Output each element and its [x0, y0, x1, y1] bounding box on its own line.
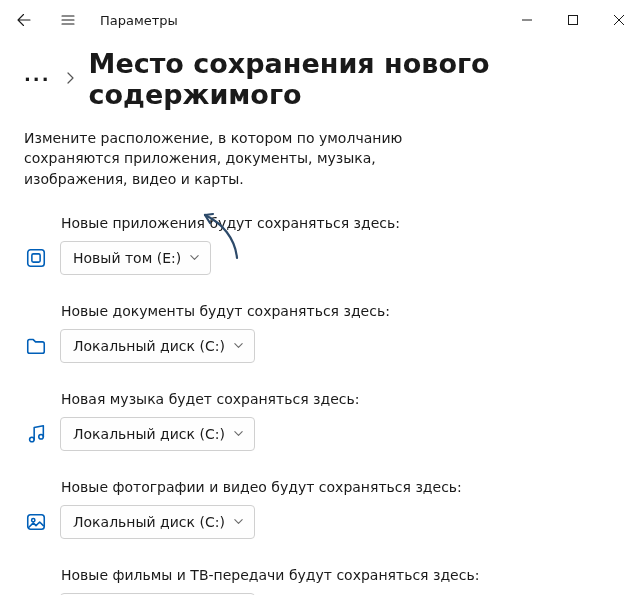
- apps-icon: [24, 246, 48, 270]
- chevron-down-icon: [233, 514, 244, 530]
- movies-setting-block: Новые фильмы и ТВ-передачи будут сохраня…: [24, 567, 618, 595]
- hamburger-icon: [60, 12, 76, 28]
- chevron-right-icon: [65, 70, 75, 89]
- back-button[interactable]: [8, 4, 40, 36]
- photos-setting-label: Новые фотографии и видео будут сохранять…: [61, 479, 618, 495]
- photos-setting-block: Новые фотографии и видео будут сохранять…: [24, 479, 618, 539]
- svg-point-4: [39, 434, 44, 439]
- minimize-button[interactable]: [504, 4, 550, 36]
- breadcrumb: ··· Место сохранения нового содержимого: [0, 40, 642, 128]
- documents-setting-label: Новые документы будут сохраняться здесь:: [61, 303, 618, 319]
- apps-setting-row: Новый том (E:): [24, 241, 618, 275]
- svg-rect-1: [28, 250, 45, 267]
- svg-rect-2: [32, 254, 40, 262]
- music-location-dropdown[interactable]: Локальный диск (C:): [60, 417, 255, 451]
- arrow-left-icon: [16, 12, 32, 28]
- music-setting-row: Локальный диск (C:): [24, 417, 618, 451]
- settings-list: Новые приложения будут сохраняться здесь…: [0, 215, 642, 595]
- svg-point-3: [30, 437, 35, 442]
- photos-icon: [24, 510, 48, 534]
- chevron-down-icon: [233, 338, 244, 354]
- svg-rect-5: [28, 515, 45, 530]
- window-controls: [504, 4, 642, 36]
- movies-setting-label: Новые фильмы и ТВ-передачи будут сохраня…: [61, 567, 618, 583]
- music-setting-label: Новая музыка будет сохраняться здесь:: [61, 391, 618, 407]
- dropdown-value: Локальный диск (C:): [73, 514, 225, 530]
- chevron-down-icon: [189, 250, 200, 266]
- music-icon: [24, 422, 48, 446]
- titlebar: Параметры: [0, 0, 642, 40]
- page-description: Измените расположение, в котором по умол…: [0, 128, 500, 189]
- apps-setting-label: Новые приложения будут сохраняться здесь…: [61, 215, 618, 231]
- minimize-icon: [522, 15, 532, 25]
- close-button[interactable]: [596, 4, 642, 36]
- documents-setting-row: Локальный диск (C:): [24, 329, 618, 363]
- svg-point-6: [32, 518, 35, 521]
- breadcrumb-more-button[interactable]: ···: [24, 69, 51, 90]
- maximize-icon: [568, 15, 578, 25]
- documents-location-dropdown[interactable]: Локальный диск (C:): [60, 329, 255, 363]
- menu-button[interactable]: [52, 4, 84, 36]
- maximize-button[interactable]: [550, 4, 596, 36]
- close-icon: [614, 15, 624, 25]
- photos-setting-row: Локальный диск (C:): [24, 505, 618, 539]
- documents-icon: [24, 334, 48, 358]
- window-title: Параметры: [100, 13, 178, 28]
- page-title: Место сохранения нового содержимого: [89, 48, 642, 110]
- dropdown-value: Новый том (E:): [73, 250, 181, 266]
- apps-location-dropdown[interactable]: Новый том (E:): [60, 241, 211, 275]
- svg-rect-0: [569, 16, 578, 25]
- photos-location-dropdown[interactable]: Локальный диск (C:): [60, 505, 255, 539]
- dropdown-value: Локальный диск (C:): [73, 426, 225, 442]
- documents-setting-block: Новые документы будут сохраняться здесь:…: [24, 303, 618, 363]
- titlebar-left: Параметры: [8, 4, 178, 36]
- chevron-down-icon: [233, 426, 244, 442]
- music-setting-block: Новая музыка будет сохраняться здесь: Ло…: [24, 391, 618, 451]
- dropdown-value: Локальный диск (C:): [73, 338, 225, 354]
- apps-setting-block: Новые приложения будут сохраняться здесь…: [24, 215, 618, 275]
